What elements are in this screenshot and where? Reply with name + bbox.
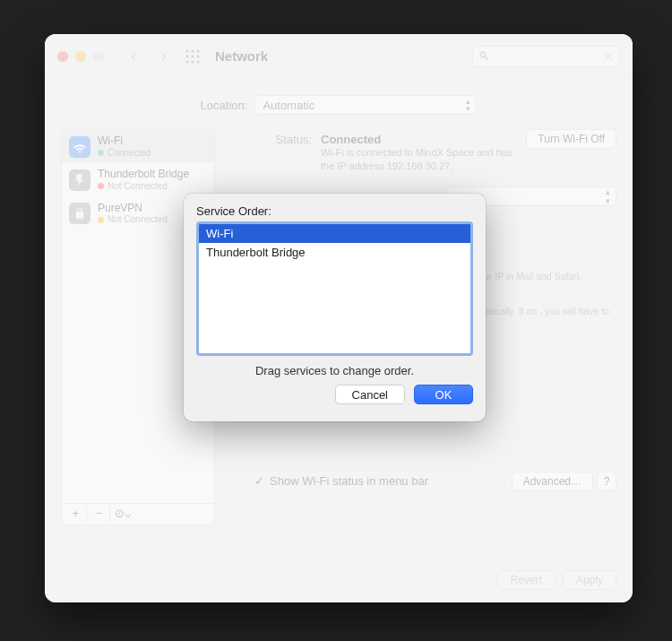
- advanced-button[interactable]: Advanced…: [512, 472, 593, 491]
- forward-button[interactable]: ›: [154, 47, 174, 65]
- search-icon: 🔍︎: [478, 49, 490, 63]
- back-button[interactable]: ‹: [124, 47, 143, 65]
- service-order-sheet: Service Order: Wi-Fi Thunderbolt Bridge …: [184, 194, 486, 421]
- sheet-label: Service Order:: [196, 204, 473, 218]
- sheet-hint: Drag services to change order.: [196, 364, 473, 377]
- svg-point-0: [185, 49, 188, 52]
- service-actions-dropdown[interactable]: ⊙⌵: [112, 507, 134, 523]
- cancel-button[interactable]: Cancel: [335, 385, 405, 404]
- remove-service-button[interactable]: −: [89, 507, 110, 523]
- show-status-checkbox[interactable]: ✓ Show Wi-Fi status in menu bar: [254, 474, 428, 488]
- svg-point-8: [196, 60, 199, 63]
- location-value: Automatic: [263, 99, 314, 112]
- help-button[interactable]: ?: [597, 472, 616, 491]
- location-label: Location:: [201, 99, 248, 112]
- ok-button[interactable]: OK: [414, 385, 473, 404]
- service-order-item[interactable]: Wi-Fi: [199, 224, 470, 243]
- svg-point-7: [191, 60, 194, 63]
- show-status-label: Show Wi-Fi status in menu bar: [270, 474, 428, 488]
- status-value: Connected: [321, 133, 527, 146]
- thunderbolt-icon: [69, 169, 90, 191]
- clear-search-icon[interactable]: ✕: [603, 49, 614, 64]
- close-window-traffic-light[interactable]: [57, 51, 68, 62]
- status-description: Wi-Fi is connected to MindX Space and ha…: [321, 146, 527, 173]
- service-order-list[interactable]: Wi-Fi Thunderbolt Bridge: [196, 221, 473, 356]
- svg-point-6: [185, 60, 188, 63]
- checkmark-icon: ✓: [254, 474, 264, 488]
- chevron-updown-icon: ▴▾: [606, 187, 610, 205]
- wifi-icon: [69, 136, 90, 158]
- sidebar-footer: + − ⊙⌵: [62, 503, 214, 524]
- revert-button[interactable]: Revert: [497, 570, 556, 590]
- titlebar: ‹ › Network 🔍︎ ✕: [45, 34, 633, 79]
- location-dropdown[interactable]: Automatic ▴▾: [254, 95, 477, 115]
- sheet-buttons: Cancel OK: [196, 385, 473, 404]
- panel-title: Network: [215, 48, 268, 64]
- add-service-button[interactable]: +: [65, 507, 87, 523]
- search-field[interactable]: 🔍︎ ✕: [472, 46, 620, 67]
- sidebar-item-label: Wi-Fi: [98, 135, 151, 148]
- sidebar-item-status: Connected: [98, 148, 151, 159]
- window-footer-buttons: Revert Apply: [497, 570, 616, 590]
- sidebar-item-label: Thunderbolt Bridge: [98, 169, 189, 181]
- show-all-icon[interactable]: [185, 48, 201, 65]
- sidebar-item-thunderbolt[interactable]: Thunderbolt Bridge Not Connected: [62, 163, 214, 196]
- status-dot-icon: [98, 183, 104, 189]
- svg-point-1: [191, 49, 194, 52]
- status-dot-icon: [98, 217, 104, 223]
- sidebar-item-wifi[interactable]: Wi-Fi Connected: [62, 130, 214, 163]
- sidebar-item-status: Not Connected: [98, 214, 168, 225]
- svg-point-4: [191, 55, 194, 57]
- turn-wifi-off-button[interactable]: Turn Wi-Fi Off: [526, 129, 616, 149]
- vpn-lock-icon: [69, 203, 90, 224]
- service-order-item[interactable]: Thunderbolt Bridge: [199, 243, 470, 262]
- zoom-window-traffic-light[interactable]: [93, 51, 104, 62]
- svg-point-5: [196, 55, 199, 57]
- sidebar-item-label: PureVPN: [98, 203, 168, 215]
- apply-button[interactable]: Apply: [563, 570, 616, 590]
- status-dot-icon: [98, 150, 104, 156]
- chevron-updown-icon: ▴▾: [466, 98, 470, 112]
- svg-point-3: [185, 55, 188, 57]
- svg-point-2: [196, 49, 199, 52]
- window-controls: [57, 51, 104, 62]
- minimize-window-traffic-light[interactable]: [75, 51, 86, 62]
- sidebar-item-status: Not Connected: [98, 181, 189, 192]
- status-label: Status:: [222, 133, 312, 146]
- location-row: Location: Automatic ▴▾: [45, 95, 633, 115]
